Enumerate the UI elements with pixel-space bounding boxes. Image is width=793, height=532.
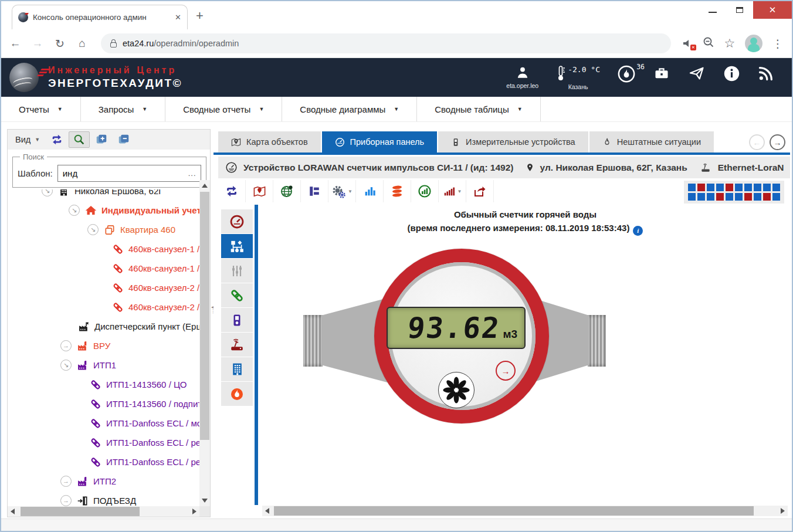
router-view-button[interactable] bbox=[221, 333, 253, 357]
show-on-map-button[interactable] bbox=[246, 180, 273, 202]
forward-icon[interactable]: → bbox=[30, 37, 45, 50]
status-square[interactable] bbox=[707, 193, 714, 201]
status-square[interactable] bbox=[754, 184, 761, 191]
tree-item[interactable]: 460кв-санузел-2 / ХВС bbox=[8, 297, 199, 317]
status-square[interactable] bbox=[744, 184, 752, 191]
signal-button[interactable]: ▼ bbox=[439, 180, 466, 202]
fire-view-button[interactable] bbox=[221, 382, 253, 406]
alerts-widget[interactable]: 36 bbox=[618, 65, 635, 83]
expander-collapsed-icon[interactable]: → bbox=[60, 340, 72, 351]
expander-expanded-icon[interactable]: ↘ bbox=[87, 224, 99, 235]
tabs-scroll-left-button[interactable]: ← bbox=[749, 134, 765, 150]
status-square[interactable] bbox=[763, 193, 771, 201]
browser-menu-icon[interactable]: ⋮ bbox=[771, 37, 785, 50]
expander-expanded-icon[interactable]: ↘ bbox=[69, 205, 80, 216]
status-square[interactable] bbox=[697, 193, 705, 201]
home-icon[interactable]: ⌂ bbox=[75, 37, 89, 50]
expander-expanded-icon[interactable]: ↘ bbox=[60, 360, 72, 371]
scrollbar-thumb[interactable] bbox=[21, 507, 140, 516]
close-tab-icon[interactable]: ✕ bbox=[175, 13, 181, 22]
info-menu[interactable] bbox=[723, 65, 740, 82]
chart-circle-button[interactable] bbox=[411, 180, 439, 202]
profile-avatar[interactable] bbox=[745, 35, 762, 52]
status-square[interactable] bbox=[735, 193, 743, 201]
send-message[interactable] bbox=[688, 65, 706, 82]
lock-icon[interactable] bbox=[110, 42, 117, 48]
zoom-out-icon[interactable] bbox=[703, 36, 714, 50]
menu-item[interactable]: Сводные диаграммы ▼ bbox=[282, 97, 417, 121]
tab-dashboard[interactable]: Приборная панель bbox=[322, 131, 438, 153]
url-bar[interactable]: eta24.ru/operadmin/operadmin bbox=[101, 33, 671, 53]
gauge-view-button[interactable] bbox=[221, 209, 253, 233]
status-square[interactable] bbox=[744, 193, 752, 201]
tree-item[interactable]: ИТП1-Danfoss ECL / регулятор bbox=[8, 433, 199, 452]
expander-expanded-icon[interactable]: ↘ bbox=[42, 189, 53, 196]
tree-refresh-button[interactable] bbox=[46, 131, 67, 148]
view-dropdown[interactable]: Вид ▼ bbox=[10, 133, 45, 146]
menu-item[interactable]: Запросы ▼ bbox=[81, 97, 165, 121]
bar-chart-button[interactable] bbox=[356, 180, 384, 202]
tree-item[interactable]: 460кв-санузел-2 / ГВС bbox=[8, 278, 199, 297]
weather-widget[interactable]: -2.0 °C Казань bbox=[556, 65, 600, 90]
geo-portal-button[interactable] bbox=[273, 180, 301, 202]
tree-item[interactable]: → ПОДЪЕЗД bbox=[8, 491, 199, 506]
close-window-button[interactable]: ✕ bbox=[753, 1, 792, 19]
building-view-button[interactable] bbox=[221, 357, 253, 381]
parameters-view-button[interactable] bbox=[221, 259, 253, 283]
tree-item[interactable]: ИТП1-Danfoss ECL / регулятор bbox=[8, 452, 199, 472]
structure-button[interactable] bbox=[301, 180, 328, 202]
new-tab-button[interactable]: + bbox=[196, 8, 204, 23]
user-menu[interactable]: eta.oper.leo bbox=[506, 65, 538, 89]
tree-item[interactable]: ИТП1-1413560 / ЦО bbox=[8, 375, 199, 394]
status-square[interactable] bbox=[688, 193, 696, 201]
refresh-button[interactable] bbox=[218, 180, 246, 202]
tree-item[interactable]: 460кв-санузел-1 / ГВС bbox=[8, 239, 199, 259]
tree-item[interactable]: ИТП1-1413560 / подпитка bbox=[8, 394, 199, 414]
more-options-icon[interactable]: ... bbox=[184, 169, 201, 178]
status-square[interactable] bbox=[754, 193, 761, 201]
device-view-button[interactable] bbox=[221, 308, 253, 332]
export-button[interactable] bbox=[466, 180, 494, 202]
scrollbar-thumb[interactable] bbox=[274, 506, 754, 516]
tree-item[interactable]: ↘ Николая Ершова, 62Г bbox=[8, 189, 199, 201]
tab-emergencies[interactable]: Нештатные ситуации bbox=[589, 131, 714, 153]
info-icon[interactable]: i bbox=[633, 226, 643, 236]
tree-item[interactable]: 460кв-санузел-1 / ХВС bbox=[8, 259, 199, 278]
status-square[interactable] bbox=[716, 184, 724, 191]
browser-tab[interactable]: Консоль операционного админ ✕ bbox=[12, 5, 188, 29]
tab-object-map[interactable]: Карта объектов bbox=[218, 131, 321, 153]
menu-item[interactable]: Отчеты ▼ bbox=[1, 97, 81, 121]
tree-search-button[interactable] bbox=[69, 131, 90, 148]
sound-muted-icon[interactable]: ✕ bbox=[683, 39, 694, 48]
expander-collapsed-icon[interactable]: → bbox=[60, 495, 72, 506]
briefcase-menu[interactable] bbox=[653, 65, 670, 82]
status-square[interactable] bbox=[697, 184, 705, 191]
status-square[interactable] bbox=[772, 193, 780, 201]
tree-item[interactable]: → ИТП2 bbox=[8, 472, 199, 491]
status-square[interactable] bbox=[726, 184, 733, 191]
search-input[interactable] bbox=[58, 168, 184, 178]
tab-measuring-devices[interactable]: Измерительные устройства bbox=[438, 131, 588, 153]
status-square[interactable] bbox=[726, 193, 733, 201]
status-square[interactable] bbox=[763, 184, 771, 191]
tree-item[interactable]: ↘ Индивидуальный учет: 1 по bbox=[8, 201, 199, 220]
expand-all-button[interactable] bbox=[91, 131, 112, 148]
database-button[interactable] bbox=[384, 180, 411, 202]
back-icon[interactable]: ← bbox=[8, 37, 22, 50]
tabs-scroll-right-button[interactable]: → bbox=[770, 134, 785, 150]
scheme-view-button[interactable] bbox=[221, 234, 253, 258]
scrollbar-thumb[interactable] bbox=[200, 192, 209, 440]
tree-vertical-scrollbar[interactable] bbox=[199, 180, 210, 506]
status-square[interactable] bbox=[716, 193, 724, 201]
minimize-button[interactable] bbox=[699, 1, 726, 19]
expander-collapsed-icon[interactable]: → bbox=[60, 476, 72, 487]
menu-item[interactable]: Сводные отчеты ▼ bbox=[165, 97, 282, 121]
bookmark-star-icon[interactable]: ☆ bbox=[723, 36, 737, 50]
tree-item[interactable]: ↘ Квартира 460 bbox=[8, 220, 199, 239]
status-square[interactable] bbox=[707, 184, 714, 191]
collapse-all-button[interactable] bbox=[113, 131, 134, 148]
panel-horizontal-scrollbar[interactable] bbox=[262, 506, 788, 516]
tree-item[interactable]: ↘ ИТП1 bbox=[8, 355, 199, 375]
maximize-button[interactable] bbox=[726, 1, 753, 19]
tree-item[interactable]: Диспетчерский пункт (Ершова bbox=[8, 317, 199, 336]
